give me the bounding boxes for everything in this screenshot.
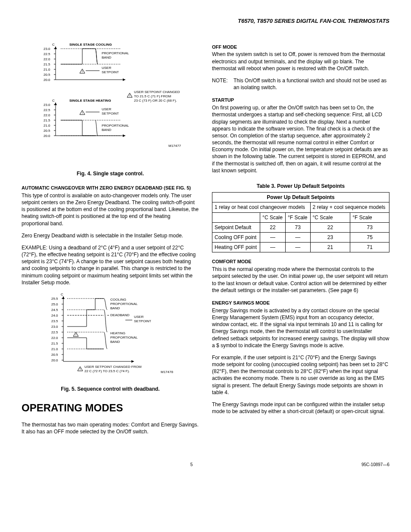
svg-text:20.0: 20.0	[44, 134, 50, 138]
svg-text:SETPOINT: SETPOINT	[102, 112, 119, 115]
note-label: NOTE:	[212, 77, 234, 91]
svg-text:!: !	[75, 333, 76, 336]
auto-changeover-heading: AUTOMATIC CHANGEOVER WITH ZERO ENERGY DE…	[22, 185, 199, 191]
svg-text:M17478: M17478	[161, 370, 173, 374]
table-scale-c-1: °C Scale	[260, 212, 286, 222]
svg-text:21.0: 21.0	[51, 347, 58, 351]
svg-text:BAND: BAND	[110, 340, 120, 344]
figure-4: C SINGLE STAGE COOLING 23.0 22.5 22.0 21…	[22, 41, 199, 164]
svg-text:20.5: 20.5	[51, 353, 58, 357]
svg-text:21.0: 21.0	[44, 124, 50, 128]
svg-text:21.5: 21.5	[51, 342, 58, 345]
svg-text:20.5: 20.5	[44, 129, 50, 133]
svg-text:!: !	[129, 93, 130, 97]
svg-text:BAND: BAND	[102, 56, 111, 59]
svg-text:SINGLE STAGE HEATING: SINGLE STAGE HEATING	[69, 99, 111, 103]
svg-text:BAND: BAND	[102, 128, 111, 132]
svg-text:PROPORTIONAL: PROPORTIONAL	[110, 302, 138, 306]
table-row: Heating OFF point — — 21 71	[212, 243, 389, 252]
svg-text:USER: USER	[102, 107, 111, 111]
off-mode-heading: OFF MODE	[212, 44, 389, 50]
svg-text:21.0: 21.0	[44, 68, 50, 72]
svg-text:23.0: 23.0	[44, 103, 50, 107]
svg-text:22.0: 22.0	[51, 336, 58, 340]
comfort-mode-para: This is the normal operating mode where …	[212, 266, 389, 294]
page-series-title: T6570, T8570 SERIES DIGITAL FAN-COIL THE…	[22, 17, 389, 25]
svg-text:23.5: 23.5	[51, 319, 58, 323]
svg-text:22.5: 22.5	[44, 108, 50, 112]
figure-5-caption: Fig. 5. Sequence control with deadband.	[22, 386, 199, 392]
svg-text:SETPOINT: SETPOINT	[134, 319, 151, 323]
table-col-group-1: 1 relay or heat cool changeover models	[212, 202, 311, 212]
operating-modes-title: OPERATING MODES	[22, 401, 199, 415]
auto-para-3: EXAMPLE: Using a deadband of 2°C (4°F) a…	[22, 244, 199, 286]
svg-text:USER SETPOINT CHANGED FROM: USER SETPOINT CHANGED FROM	[84, 365, 142, 369]
svg-text:PROPORTIONAL: PROPORTIONAL	[102, 51, 129, 55]
table-scale-f-1: °F Scale	[285, 212, 310, 222]
svg-text:USER: USER	[102, 66, 111, 70]
table-blank-cell	[212, 212, 260, 222]
svg-text:COOLING: COOLING	[110, 298, 126, 302]
svg-marker-77	[131, 360, 134, 363]
svg-text:!: !	[80, 367, 81, 371]
svg-marker-17	[123, 78, 125, 81]
svg-text:24.5: 24.5	[51, 308, 58, 312]
c-label: C	[52, 43, 55, 47]
svg-text:22.0: 22.0	[44, 57, 50, 61]
svg-text:21.5: 21.5	[44, 62, 50, 66]
operating-modes-para: The thermostat has two main operating mo…	[22, 421, 199, 435]
svg-marker-16	[54, 47, 57, 49]
table-3-title: Table 3. Power Up Default Setpoints	[212, 183, 389, 190]
svg-text:USER SETPOINT CHANGED: USER SETPOINT CHANGED	[134, 90, 180, 94]
svg-text:C: C	[52, 99, 55, 103]
left-column: C SINGLE STAGE COOLING 23.0 22.5 22.0 21…	[22, 38, 199, 441]
svg-text:PROPORTIONAL: PROPORTIONAL	[102, 124, 129, 128]
svg-marker-50	[54, 103, 57, 105]
page-number: 5	[190, 462, 193, 468]
figure-4-caption: Fig. 4. Single stage control.	[22, 170, 199, 177]
table-super-header: Power Up Default Setpoints	[212, 193, 389, 202]
svg-text:20.5: 20.5	[44, 73, 50, 77]
cool-title: SINGLE STAGE COOLING	[69, 43, 112, 47]
comfort-mode-heading: COMFORT MODE	[212, 258, 389, 265]
svg-text:22.5: 22.5	[51, 330, 58, 334]
figure-5: C 25.5 25.0 24.5 24.0 23.5 23.0 22.5 22.…	[22, 291, 199, 379]
svg-text:!: !	[82, 69, 83, 73]
svg-text:23.0: 23.0	[51, 325, 58, 329]
note-row: NOTE: This On/Off switch is a functional…	[212, 77, 389, 91]
note-text: This On/Off switch is a functional switc…	[234, 77, 389, 91]
doc-number: 95C-10897—6	[361, 462, 389, 468]
startup-para: On first powering up, or after the On/Of…	[212, 104, 389, 174]
svg-text:HEATING: HEATING	[110, 331, 125, 335]
svg-text:DEADBAND: DEADBAND	[110, 313, 130, 317]
startup-heading: STARTUP	[212, 97, 389, 103]
energy-savings-para-2: For example, if the user setpoint is 21°…	[212, 354, 389, 396]
energy-savings-para-1: Energy Savings mode is activated by a dr…	[212, 307, 389, 349]
auto-para-2: Zero Energy Deadband width is selectable…	[22, 232, 199, 239]
svg-text:25.0: 25.0	[51, 302, 58, 306]
auto-para-1: This type of control is available on aut…	[22, 192, 199, 227]
energy-savings-para-3: The Energy Savings mode input can be con…	[212, 401, 389, 415]
page-footer: 5 95C-10897—6	[22, 462, 389, 468]
svg-text:23.0: 23.0	[44, 47, 50, 51]
svg-text:TO 21.5  C (71  F) FROM: TO 21.5 C (71 F) FROM	[134, 94, 171, 98]
right-column: OFF MODE When the system switch is set t…	[212, 38, 389, 441]
svg-text:C: C	[61, 292, 63, 296]
table-col-group-2: 2 relay + cool sequence models	[310, 202, 389, 212]
svg-text:22.0: 22.0	[44, 113, 50, 117]
fig4-code: M17477	[168, 144, 181, 148]
off-mode-para: When the system switch is set to Off, po…	[212, 51, 389, 72]
table-scale-f-2: °F Scale	[350, 212, 389, 222]
svg-marker-51	[123, 134, 125, 137]
energy-savings-heading: ENERGY SAVINGS MODE	[212, 300, 389, 306]
svg-text:SETPOINT: SETPOINT	[102, 70, 119, 74]
svg-text:BAND: BAND	[110, 306, 120, 310]
svg-text:20.0: 20.0	[51, 358, 58, 362]
svg-text:20.0: 20.0	[44, 78, 50, 82]
table-row: Setpoint Default 22 73 22 73	[212, 222, 389, 232]
table-row: Cooling OFF point — — 23 75	[212, 232, 389, 242]
svg-text:22.5: 22.5	[44, 52, 50, 56]
svg-text:22 C (72 F) TO 23.5 C (74 F).: 22 C (72 F) TO 23.5 C (74 F).	[84, 369, 130, 373]
svg-text:USER: USER	[134, 315, 143, 319]
table-scale-c-2: °C Scale	[310, 212, 350, 222]
